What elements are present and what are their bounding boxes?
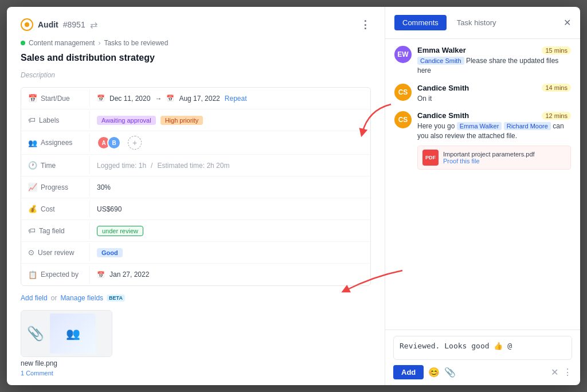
attachment-comment-link[interactable]: 1 Comment	[21, 370, 53, 377]
attachment-filename: new file.png	[21, 359, 57, 367]
time-row: 🕐 Time Logged time: 1h / Estimated time:…	[21, 155, 370, 177]
emoji-icon[interactable]: 😊	[428, 367, 440, 378]
close-button[interactable]: ✕	[563, 17, 571, 28]
status-dot	[21, 41, 25, 45]
breadcrumb-section: Tasks to be reviewed	[104, 39, 168, 47]
mention-richard: Richard Moore	[504, 122, 551, 130]
comment-header: Emma Walker 15 mins	[417, 46, 571, 54]
attachment-thumbnail: 👥	[50, 313, 96, 354]
comment-text: Candice Smith Please share the updated f…	[417, 56, 571, 76]
comments-list: EW Emma Walker 15 mins Candice Smith Ple…	[385, 39, 580, 330]
tab-comments[interactable]: Comments	[394, 15, 447, 30]
attachment-preview: 📎 👥	[21, 311, 112, 356]
more-options-icon[interactable]: ⋮	[360, 18, 371, 31]
end-date: Aug 17, 2022	[179, 95, 220, 103]
audit-icon	[21, 18, 33, 31]
comment-header: Candice Smith 12 mins	[417, 111, 571, 120]
comment-author: Emma Walker	[417, 46, 466, 54]
add-comment-button[interactable]: Add	[393, 365, 424, 379]
comment-time: 14 mins	[542, 84, 571, 92]
user-review-icon: ⊙	[28, 248, 34, 257]
task-number: #8951	[63, 20, 85, 29]
comment-header: Candice Smith 14 mins	[417, 84, 571, 92]
expected-by-icon: 📋	[28, 271, 37, 279]
start-due-value: 📅 Dec 11, 2020 → 📅 Aug 17, 2022 Repeat	[90, 90, 254, 107]
date-arrow: →	[155, 95, 162, 103]
attachment-section: 📎 👥 new file.png 1 Comment	[21, 310, 371, 377]
user-review-value: Good	[90, 244, 130, 262]
cost-row: 💰 Cost US$690	[21, 198, 370, 220]
avatar-2: B	[107, 136, 121, 150]
audit-icon-inner	[25, 22, 29, 27]
tag-badge: under review	[97, 226, 143, 236]
tab-task-history[interactable]: Task history	[449, 15, 504, 30]
time-label: 🕐 Time	[21, 156, 90, 174]
more-input-options-icon[interactable]: ⋮	[563, 367, 572, 378]
tag-field-row: 🏷 Tag field under review	[21, 220, 370, 242]
label-icon: 🏷	[28, 116, 36, 124]
time-icon: 🕐	[28, 161, 37, 170]
attachment-icon[interactable]: 📎	[444, 367, 456, 378]
task-id-label: Audit	[38, 20, 58, 29]
user-review-badge: Good	[97, 248, 123, 257]
fields-table: 📅 Start/Due 📅 Dec 11, 2020 → 📅 Aug 17, 2…	[21, 87, 371, 286]
pdf-filename: Important project parameters.pdf	[443, 151, 535, 158]
repeat-link[interactable]: Repeat	[225, 95, 247, 103]
cost-value: US$690	[90, 201, 128, 218]
comment-time: 15 mins	[542, 46, 571, 54]
pdf-attachment: PDF Important project parameters.pdf Pro…	[417, 146, 571, 170]
clear-input-icon[interactable]: ✕	[551, 367, 558, 378]
expected-by-value: 📅 Jan 27, 2022	[90, 266, 156, 283]
assignees-value: A B +	[90, 131, 148, 154]
share-icon[interactable]: ⇄	[90, 19, 97, 30]
task-title: Sales and distribution strategy	[21, 53, 371, 63]
comment-time: 12 mins	[542, 112, 571, 120]
assignees-icon: 👥	[28, 139, 37, 147]
expected-by-label: 📋 Expected by	[21, 266, 90, 284]
breadcrumb-separator: ›	[98, 39, 100, 47]
awaiting-approval-badge: Awaiting approval	[97, 116, 156, 125]
paperclip-icon: 📎	[27, 326, 44, 342]
labels-row: 🏷 Labels Awaiting approval High priority	[21, 109, 370, 131]
comment-actions: Add 😊 📎 ✕ ⋮	[393, 365, 572, 379]
beta-badge: BETA	[107, 295, 125, 301]
comment-input[interactable]: Reviewed. Looks good 👍 @	[393, 336, 572, 360]
avatar: CS	[394, 84, 412, 101]
expected-by-row: 📋 Expected by 📅 Jan 27, 2022	[21, 264, 370, 285]
task-header: Audit #8951 ⇄ ⋮	[21, 18, 371, 31]
user-review-row: ⊙ User review Good	[21, 242, 370, 264]
right-header: Comments Task history ✕	[385, 7, 580, 39]
breadcrumb: Content management › Tasks to be reviewe…	[21, 39, 371, 47]
avatar: EW	[394, 46, 412, 63]
avatar: CS	[394, 111, 412, 128]
comment-body: Emma Walker 15 mins Candice Smith Please…	[417, 46, 571, 76]
mention-candice: Candice Smith	[417, 57, 464, 65]
comment-body: Candice Smith 14 mins On it	[417, 84, 571, 104]
time-divider: /	[151, 162, 152, 170]
progress-label: 📈 Progress	[21, 178, 90, 196]
mention-emma: Emma Walker	[457, 122, 502, 130]
comment-prefix: Here you go	[417, 122, 457, 130]
comment-body: Candice Smith 12 mins Here you go Emma W…	[417, 111, 571, 170]
progress-row: 📈 Progress 30%	[21, 177, 370, 198]
add-field-row: Add field or Manage fields BETA	[21, 294, 371, 302]
add-field-link[interactable]: Add field	[21, 294, 48, 302]
cost-label: 💰 Cost	[21, 200, 90, 218]
comment-text: On it	[417, 94, 571, 104]
start-date-icon: 📅	[97, 95, 105, 102]
pdf-icon: PDF	[422, 150, 439, 166]
or-text: or	[51, 294, 57, 302]
labels-label: 🏷 Labels	[21, 111, 90, 129]
pdf-proof-link[interactable]: Proof this file	[443, 158, 535, 164]
manage-fields-link[interactable]: Manage fields	[60, 294, 103, 302]
add-assignee-button[interactable]: +	[128, 136, 142, 150]
progress-value: 30%	[90, 179, 118, 196]
assignees-row: 👥 Assignees A B +	[21, 131, 370, 155]
progress-icon: 📈	[28, 183, 37, 191]
comment-text: Here you go Emma Walker Richard Moore ca…	[417, 121, 571, 141]
breadcrumb-project: Content management	[29, 39, 95, 47]
time-value: Logged time: 1h / Estimated time: 2h 20m	[90, 157, 236, 174]
labels-value: Awaiting approval High priority	[90, 111, 210, 130]
assignees-label: 👥 Assignees	[21, 134, 90, 152]
high-priority-badge: High priority	[161, 116, 204, 125]
